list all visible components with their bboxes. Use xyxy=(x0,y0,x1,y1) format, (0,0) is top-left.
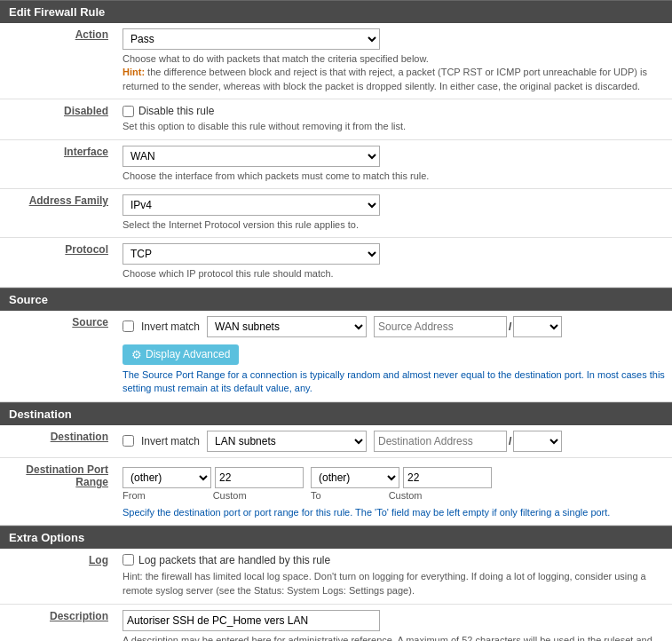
protocol-row: Protocol TCP UDP TCP/UDP ICMP any Choose… xyxy=(0,238,672,287)
destination-subnet-select[interactable]: LAN subnets WAN subnets any Single host … xyxy=(207,431,367,452)
destination-cidr-select[interactable] xyxy=(513,431,562,452)
source-controls-row: Invert match WAN subnets LAN subnets any… xyxy=(123,316,665,337)
disabled-label: Disabled xyxy=(64,105,108,117)
disabled-content: Disable this rule Set this option to dis… xyxy=(115,99,672,139)
interface-row: Interface WAN LAN OPT1 Choose the interf… xyxy=(0,139,672,188)
disabled-checkbox-label: Disable this rule xyxy=(138,105,214,117)
protocol-hint: Choose which IP protocol this rule shoul… xyxy=(123,267,665,281)
source-hint: The Source Port Range for a connection i… xyxy=(123,368,665,396)
destination-row: Destination Invert match LAN subnets WAN… xyxy=(0,425,672,458)
interface-hint: Choose the interface from which packets … xyxy=(123,170,665,183)
source-display-advanced-button[interactable]: Display Advanced xyxy=(123,344,239,365)
description-label: Description xyxy=(50,610,108,622)
to-port-select[interactable]: (other) any HTTP HTTPS SSH xyxy=(311,467,399,488)
source-address-box: / xyxy=(374,316,562,337)
to-port-input[interactable] xyxy=(403,467,492,488)
destination-port-range-row: Destination Port Range (other) any HTTP … xyxy=(0,457,672,525)
source-address-input[interactable] xyxy=(374,316,507,337)
protocol-content: TCP UDP TCP/UDP ICMP any Choose which IP… xyxy=(115,238,672,287)
to-port-row: (other) any HTTP HTTPS SSH xyxy=(311,467,492,488)
source-label: Source xyxy=(72,316,108,328)
address-family-row: Address Family IPv4 IPv6 IPv4+IPv6 Selec… xyxy=(0,188,672,237)
action-row: Action Pass Block Reject Choose what to … xyxy=(0,23,672,99)
action-content: Pass Block Reject Choose what to do with… xyxy=(115,23,672,99)
log-checkbox-row: Log packets that are handled by this rul… xyxy=(123,554,665,566)
log-row: Log Log packets that are handled by this… xyxy=(0,549,672,605)
destination-section-header: Destination xyxy=(0,402,672,425)
description-hint: A description may be entered here for ad… xyxy=(123,634,665,641)
log-hint: Hint: the firewall has limited local log… xyxy=(123,569,665,598)
address-family-hint: Select the Internet Protocol version thi… xyxy=(123,218,665,232)
destination-content: Invert match LAN subnets WAN subnets any… xyxy=(115,425,672,458)
description-input[interactable] xyxy=(123,610,380,631)
disabled-row: Disabled Disable this rule Set this opti… xyxy=(0,99,672,139)
log-label: Log xyxy=(89,554,108,566)
disabled-checkbox[interactable] xyxy=(123,106,134,117)
action-select[interactable]: Pass Block Reject xyxy=(123,28,380,50)
to-port-group: (other) any HTTP HTTPS SSH To Custom xyxy=(311,467,492,501)
extra-options-section-header: Extra Options xyxy=(0,526,672,549)
main-title: Edit Firewall Rule xyxy=(0,0,672,23)
description-row: Description A description may be entered… xyxy=(0,604,672,641)
from-port-select[interactable]: (other) any HTTP HTTPS SSH xyxy=(123,467,211,488)
from-port-input[interactable] xyxy=(215,467,304,488)
disabled-checkbox-row: Disable this rule xyxy=(123,105,665,117)
action-hint-prefix: Hint: xyxy=(123,67,145,77)
protocol-label: Protocol xyxy=(65,243,108,256)
firewall-rule-form: Edit Firewall Rule Action Pass Block Rej… xyxy=(0,0,672,641)
destination-port-content: (other) any HTTP HTTPS SSH From Custom xyxy=(115,457,672,525)
gear-icon xyxy=(131,348,142,361)
description-content: A description may be entered here for ad… xyxy=(115,604,672,641)
main-form-table: Action Pass Block Reject Choose what to … xyxy=(0,23,672,288)
destination-form-table: Destination Invert match LAN subnets WAN… xyxy=(0,425,672,526)
destination-port-hint: Specify the destination port or port ran… xyxy=(123,506,665,519)
from-custom-label: Custom xyxy=(213,490,247,501)
destination-address-input[interactable] xyxy=(374,431,507,452)
action-hint: Choose what to do with packets that matc… xyxy=(123,52,665,93)
source-invert-checkbox[interactable] xyxy=(123,320,134,332)
destination-port-controls: (other) any HTTP HTTPS SSH From Custom xyxy=(123,467,665,501)
from-label: From xyxy=(123,490,146,501)
source-advanced-btn-wrapper: Display Advanced xyxy=(123,344,665,365)
log-checkbox[interactable] xyxy=(123,554,134,566)
log-hint-prefix: Hint: xyxy=(123,571,143,582)
source-form-table: Source Invert match WAN subnets LAN subn… xyxy=(0,311,672,402)
address-family-label: Address Family xyxy=(29,194,108,207)
source-subnet-select[interactable]: WAN subnets LAN subnets any Single host … xyxy=(207,316,367,337)
source-cidr-select[interactable] xyxy=(513,316,562,337)
source-invert-label: Invert match xyxy=(141,320,200,333)
from-port-row: (other) any HTTP HTTPS SSH xyxy=(123,467,304,488)
action-label: Action xyxy=(75,28,108,41)
from-port-group: (other) any HTTP HTTPS SSH From Custom xyxy=(123,467,304,501)
source-row: Source Invert match WAN subnets LAN subn… xyxy=(0,311,672,401)
from-label-row: From Custom xyxy=(123,490,304,501)
destination-slash: / xyxy=(509,435,511,447)
protocol-select[interactable]: TCP UDP TCP/UDP ICMP any xyxy=(123,243,380,265)
destination-invert-checkbox[interactable] xyxy=(123,435,134,447)
log-checkbox-label: Log packets that are handled by this rul… xyxy=(138,554,330,566)
destination-invert-label: Invert match xyxy=(141,435,200,447)
disabled-hint: Set this option to disable this rule wit… xyxy=(123,120,665,133)
source-slash: / xyxy=(509,320,511,333)
destination-address-box: / xyxy=(374,431,562,452)
to-label-row: To Custom xyxy=(311,490,492,501)
address-family-select[interactable]: IPv4 IPv6 IPv4+IPv6 xyxy=(123,194,380,216)
interface-select[interactable]: WAN LAN OPT1 xyxy=(123,146,380,167)
interface-label: Interface xyxy=(64,146,108,158)
destination-label: Destination xyxy=(51,431,108,443)
source-content: Invert match WAN subnets LAN subnets any… xyxy=(115,311,672,401)
destination-controls-row: Invert match LAN subnets WAN subnets any… xyxy=(123,431,665,452)
address-family-content: IPv4 IPv6 IPv4+IPv6 Select the Internet … xyxy=(115,188,672,237)
destination-port-range-label: Destination Port Range xyxy=(26,463,108,488)
to-custom-label: Custom xyxy=(389,490,423,501)
interface-content: WAN LAN OPT1 Choose the interface from w… xyxy=(115,139,672,188)
extra-options-form-table: Log Log packets that are handled by this… xyxy=(0,549,672,641)
to-label: To xyxy=(311,490,321,501)
source-section-header: Source xyxy=(0,288,672,311)
log-content: Log packets that are handled by this rul… xyxy=(115,549,672,605)
